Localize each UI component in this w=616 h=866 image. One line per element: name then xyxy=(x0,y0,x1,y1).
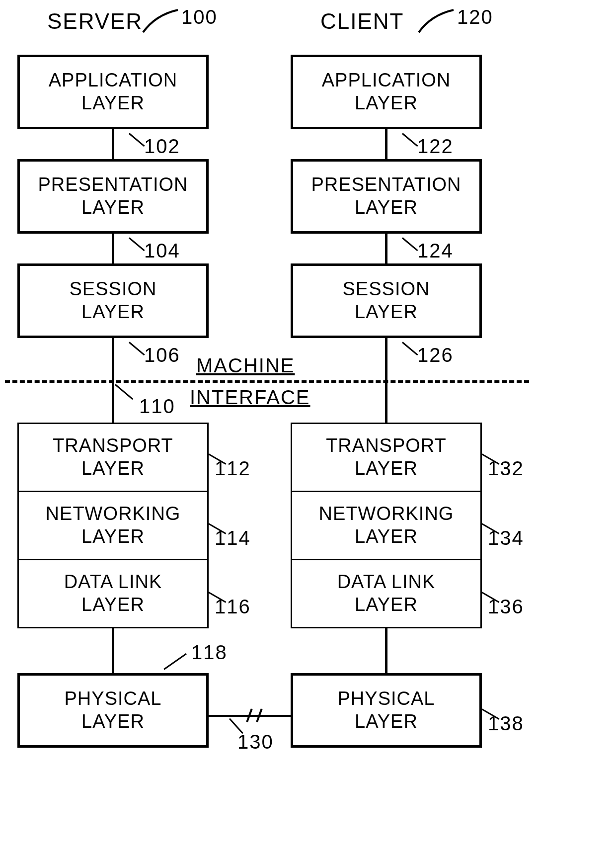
server-conn-4 xyxy=(112,628,114,673)
client-conn-2 xyxy=(385,234,387,263)
server-networking-box: NETWORKING LAYER xyxy=(17,491,209,560)
server-sess-lead xyxy=(129,342,145,355)
client-ref: 120 xyxy=(457,6,493,28)
client-datalink-ref: 136 xyxy=(488,596,524,618)
client-application-ref: 122 xyxy=(417,135,454,158)
client-presentation-ref: 124 xyxy=(417,240,454,262)
server-iface-lead xyxy=(115,384,133,400)
server-networking-label: NETWORKING LAYER xyxy=(46,503,181,548)
server-transport-ref: 112 xyxy=(215,457,251,480)
server-transport-label: TRANSPORT LAYER xyxy=(53,434,173,480)
client-datalink-label: DATA LINK LAYER xyxy=(337,571,436,616)
server-presentation-label: PRESENTATION LAYER xyxy=(38,173,188,219)
client-session-label: SESSION LAYER xyxy=(343,278,430,323)
server-datalink-ref: 116 xyxy=(215,596,251,618)
server-networking-ref: 114 xyxy=(215,527,251,549)
server-session-ref: 106 xyxy=(144,344,180,366)
server-physical-ref: 118 xyxy=(191,641,228,664)
client-transport-box: TRANSPORT LAYER xyxy=(291,423,482,492)
server-ref: 100 xyxy=(181,6,218,28)
server-phys-lead xyxy=(163,653,187,670)
client-application-box: APPLICATION LAYER xyxy=(291,55,482,129)
client-session-ref: 126 xyxy=(417,344,454,366)
server-ref-arc xyxy=(141,7,180,35)
client-ref-arc xyxy=(416,7,456,35)
server-transport-box: TRANSPORT LAYER xyxy=(17,423,209,492)
client-title: CLIENT xyxy=(320,9,404,34)
client-physical-box: PHYSICAL LAYER xyxy=(291,673,482,748)
client-physical-label: PHYSICAL LAYER xyxy=(338,688,435,733)
server-session-box: SESSION LAYER xyxy=(17,263,209,338)
server-interface-ref: 110 xyxy=(139,395,175,418)
server-conn-1 xyxy=(112,129,114,159)
machine-label-bottom: INTERFACE xyxy=(190,386,310,409)
client-presentation-box: PRESENTATION LAYER xyxy=(291,159,482,234)
machine-interface-divider xyxy=(5,380,529,383)
client-pres-lead xyxy=(402,237,418,251)
server-app-lead xyxy=(129,133,145,147)
server-session-label: SESSION LAYER xyxy=(70,278,157,323)
client-datalink-box: DATA LINK LAYER xyxy=(291,559,482,628)
client-sess-lead xyxy=(402,342,418,355)
client-transport-label: TRANSPORT LAYER xyxy=(326,434,447,480)
server-title: SERVER xyxy=(47,9,143,34)
server-conn-2 xyxy=(112,234,114,263)
server-physical-box: PHYSICAL LAYER xyxy=(17,673,209,748)
server-physical-label: PHYSICAL LAYER xyxy=(65,688,162,733)
server-datalink-label: DATA LINK LAYER xyxy=(64,571,162,616)
diagram-canvas: SERVER CLIENT 100 120 APPLICATION LAYER … xyxy=(0,0,616,866)
client-conn-4 xyxy=(385,628,387,673)
server-application-box: APPLICATION LAYER xyxy=(17,55,209,129)
client-transport-ref: 132 xyxy=(488,457,524,480)
server-presentation-box: PRESENTATION LAYER xyxy=(17,159,209,234)
client-conn-1 xyxy=(385,129,387,159)
server-datalink-box: DATA LINK LAYER xyxy=(17,559,209,628)
client-networking-label: NETWORKING LAYER xyxy=(319,503,454,548)
client-session-box: SESSION LAYER xyxy=(291,263,482,338)
server-presentation-ref: 104 xyxy=(144,240,180,262)
machine-label-top: MACHINE xyxy=(196,354,295,377)
client-app-lead xyxy=(402,133,418,147)
server-pres-lead xyxy=(129,237,145,251)
server-application-label: APPLICATION LAYER xyxy=(49,69,177,114)
client-presentation-label: PRESENTATION LAYER xyxy=(311,173,462,219)
client-application-label: APPLICATION LAYER xyxy=(322,69,451,114)
server-application-ref: 102 xyxy=(144,135,180,158)
client-networking-ref: 134 xyxy=(488,527,524,549)
client-networking-box: NETWORKING LAYER xyxy=(291,491,482,560)
link-ref: 130 xyxy=(237,731,274,753)
client-physical-ref: 138 xyxy=(488,712,524,735)
